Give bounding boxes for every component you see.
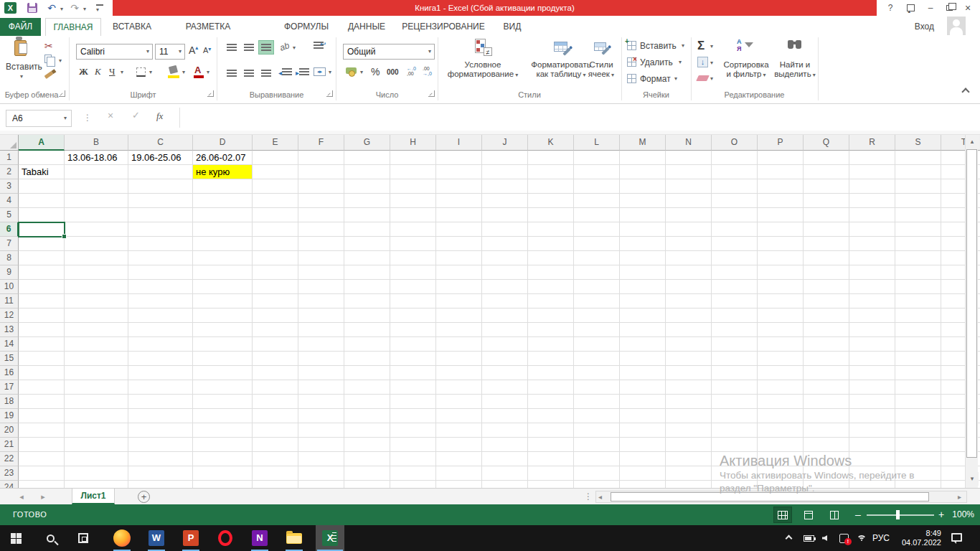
cell-L17[interactable] <box>574 380 620 395</box>
prev-sheet-button[interactable]: ◂ <box>16 491 27 503</box>
tab-data[interactable]: ДАННЫЕ <box>346 18 387 36</box>
cell-P9[interactable] <box>758 265 804 280</box>
cell-P13[interactable] <box>758 323 804 337</box>
cell-C2[interactable] <box>128 165 193 179</box>
cell-C22[interactable] <box>128 452 193 466</box>
cell-H4[interactable] <box>390 194 436 208</box>
zoom-in-button[interactable]: + <box>938 504 944 525</box>
cell-O4[interactable] <box>712 194 758 208</box>
cell-K10[interactable] <box>528 280 574 294</box>
cell-S22[interactable] <box>895 452 941 466</box>
autosum-button[interactable]: Σ <box>697 39 705 52</box>
autosum-dropdown-icon[interactable]: ▾ <box>710 43 713 50</box>
cell-P16[interactable] <box>758 366 804 380</box>
cell-B24[interactable] <box>65 481 128 488</box>
cell-Q21[interactable] <box>804 438 849 452</box>
cell-F9[interactable] <box>298 265 344 280</box>
cell-Q19[interactable] <box>804 409 849 423</box>
page-layout-view-button[interactable] <box>799 507 818 523</box>
cell-C5[interactable] <box>128 208 193 222</box>
row-header-18[interactable]: 18 <box>0 395 19 409</box>
column-header-J[interactable]: J <box>482 135 528 151</box>
cell-O6[interactable] <box>712 222 758 237</box>
cell-I18[interactable] <box>436 395 482 409</box>
cell-P1[interactable] <box>758 151 804 165</box>
cell-I15[interactable] <box>436 352 482 366</box>
cell-P21[interactable] <box>758 438 804 452</box>
clear-button[interactable] <box>697 75 708 81</box>
grow-font-button[interactable]: A▴ <box>189 44 198 56</box>
align-right-button[interactable] <box>258 66 274 80</box>
row-header-12[interactable]: 12 <box>0 309 19 323</box>
cell-Q20[interactable] <box>804 423 849 438</box>
cell-F8[interactable] <box>298 251 344 265</box>
name-box[interactable]: A6▾ <box>6 110 72 127</box>
cell-R20[interactable] <box>849 423 895 438</box>
cell-B10[interactable] <box>65 280 128 294</box>
cell-K12[interactable] <box>528 309 574 323</box>
borders-button[interactable] <box>136 67 146 77</box>
clear-dropdown-icon[interactable]: ▾ <box>710 75 713 82</box>
cell-I9[interactable] <box>436 265 482 280</box>
cell-F3[interactable] <box>298 179 344 194</box>
cell-N8[interactable] <box>666 251 712 265</box>
cell-J15[interactable] <box>482 352 528 366</box>
cell-G23[interactable] <box>344 466 390 481</box>
cell-G2[interactable] <box>344 165 390 179</box>
cell-M10[interactable] <box>620 280 666 294</box>
column-header-H[interactable]: H <box>390 135 436 151</box>
cell-B16[interactable] <box>65 366 128 380</box>
sort-filter-button[interactable]: А Я Сортировкаи фильтр ▾ <box>721 37 771 82</box>
cell-Q18[interactable] <box>804 395 849 409</box>
cell-L18[interactable] <box>574 395 620 409</box>
cell-P18[interactable] <box>758 395 804 409</box>
cell-L1[interactable] <box>574 151 620 165</box>
cell-Q24[interactable] <box>804 481 849 488</box>
restore-button[interactable] <box>940 0 958 16</box>
cell-C11[interactable] <box>128 294 193 309</box>
cell-L19[interactable] <box>574 409 620 423</box>
network-status[interactable] <box>857 535 867 541</box>
cell-L20[interactable] <box>574 423 620 438</box>
cell-Q11[interactable] <box>804 294 849 309</box>
cell-E22[interactable] <box>253 452 298 466</box>
cut-icon[interactable]: ✂ <box>44 40 53 52</box>
action-center-button[interactable] <box>951 533 962 542</box>
volume-status[interactable] <box>822 535 827 541</box>
cell-R14[interactable] <box>849 337 895 352</box>
cell-K17[interactable] <box>528 380 574 395</box>
cell-M23[interactable] <box>620 466 666 481</box>
cell-J13[interactable] <box>482 323 528 337</box>
cell-B6[interactable] <box>65 222 128 237</box>
cell-A11[interactable] <box>19 294 65 309</box>
number-format-combobox[interactable]: Общий▾ <box>343 44 435 60</box>
clipboard-dialog-launcher[interactable] <box>59 90 65 97</box>
row-header-6[interactable]: 6 <box>0 222 19 237</box>
cell-O12[interactable] <box>712 309 758 323</box>
decrease-indent-button[interactable]: ◂ <box>278 67 292 77</box>
cell-L11[interactable] <box>574 294 620 309</box>
percent-style-button[interactable]: % <box>371 66 380 77</box>
cell-A15[interactable] <box>19 352 65 366</box>
column-header-N[interactable]: N <box>666 135 712 151</box>
cell-B13[interactable] <box>65 323 128 337</box>
cell-Q13[interactable] <box>804 323 849 337</box>
cell-C12[interactable] <box>128 309 193 323</box>
notification-status[interactable]: ! <box>839 534 849 543</box>
cell-I1[interactable] <box>436 151 482 165</box>
cell-M18[interactable] <box>620 395 666 409</box>
cell-O20[interactable] <box>712 423 758 438</box>
cell-M7[interactable] <box>620 237 666 251</box>
cell-A1[interactable] <box>19 151 65 165</box>
cell-M24[interactable] <box>620 481 666 488</box>
cell-H16[interactable] <box>390 366 436 380</box>
cell-S2[interactable] <box>895 165 941 179</box>
customize-qat-icon[interactable] <box>96 4 103 6</box>
cell-A3[interactable] <box>19 179 65 194</box>
cell-R3[interactable] <box>849 179 895 194</box>
cell-P14[interactable] <box>758 337 804 352</box>
cell-S15[interactable] <box>895 352 941 366</box>
cell-R11[interactable] <box>849 294 895 309</box>
confirm-formula-button[interactable]: ✓ <box>132 110 140 121</box>
sign-in-link[interactable]: Вход <box>915 18 934 36</box>
